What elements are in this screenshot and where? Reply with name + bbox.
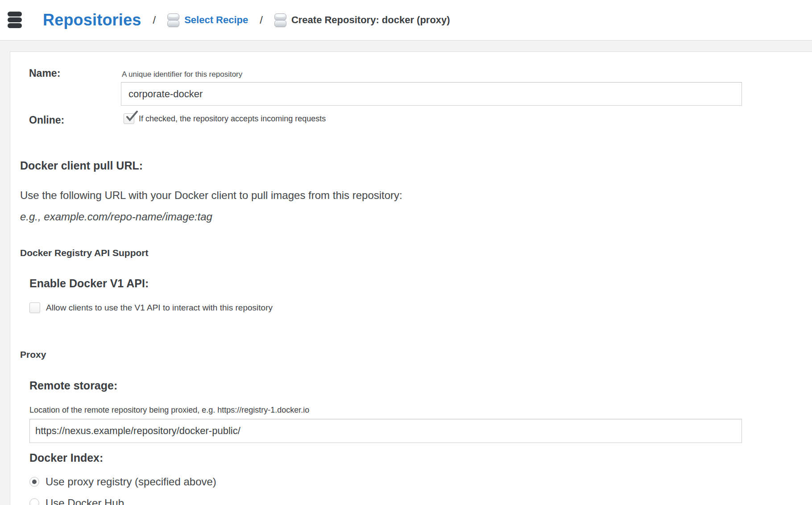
database-icon [274, 13, 286, 27]
proxy-section-heading: Proxy [20, 349, 46, 360]
online-help-text: If checked, the repository accepts incom… [139, 114, 326, 124]
breadcrumb: Repositories / Select Recipe / [43, 11, 450, 29]
enable-v1-api-help-text: Allow clients to use the V1 API to inter… [46, 302, 273, 313]
radio-selected-dot [32, 480, 37, 484]
docker-index-label: Docker Index: [29, 451, 103, 464]
docker-pull-url-heading: Docker client pull URL: [20, 159, 143, 172]
registry-api-section-heading: Docker Registry API Support [20, 247, 148, 259]
breadcrumb-select-recipe-link[interactable]: Select Recipe [167, 13, 248, 27]
breadcrumb-repositories-link[interactable]: Repositories [43, 11, 141, 29]
enable-v1-api-checkbox[interactable] [29, 302, 40, 313]
page-title: Create Repository: docker (proxy) [291, 14, 450, 26]
breadcrumb-current-page: Create Repository: docker (proxy) [274, 13, 450, 27]
use-docker-hub-radio[interactable] [29, 498, 39, 505]
remote-storage-help-text: Location of the remote repository being … [29, 405, 309, 415]
name-label: Name: [29, 67, 60, 79]
checkmark-icon [125, 110, 138, 124]
use-docker-hub-option-label: Use Docker Hub [46, 497, 124, 505]
breadcrumb-select-recipe-label: Select Recipe [184, 14, 248, 26]
remote-storage-label: Remote storage: [29, 379, 117, 392]
docker-pull-url-description: Use the following URL with your Docker c… [20, 189, 402, 202]
breadcrumb-separator: / [153, 14, 156, 26]
name-help-text: A unique identifier for this repository [122, 70, 242, 79]
remote-storage-input[interactable] [29, 419, 742, 443]
use-proxy-registry-option-label: Use proxy registry (specified above) [46, 475, 216, 488]
create-repository-form: Name: A unique identifier for this repos… [10, 51, 812, 505]
enable-v1-api-label: Enable Docker V1 API: [29, 277, 149, 290]
docker-pull-url-example: e.g., example.com/repo-name/image:tag [20, 210, 212, 224]
database-icon [167, 13, 179, 27]
use-proxy-registry-radio[interactable] [29, 477, 39, 487]
name-input[interactable] [121, 82, 742, 106]
top-header: Repositories / Select Recipe / [0, 0, 812, 41]
nexus-database-icon [7, 12, 22, 29]
online-label: Online: [29, 114, 64, 126]
online-checkbox[interactable] [124, 113, 134, 124]
breadcrumb-separator: / [260, 14, 263, 26]
